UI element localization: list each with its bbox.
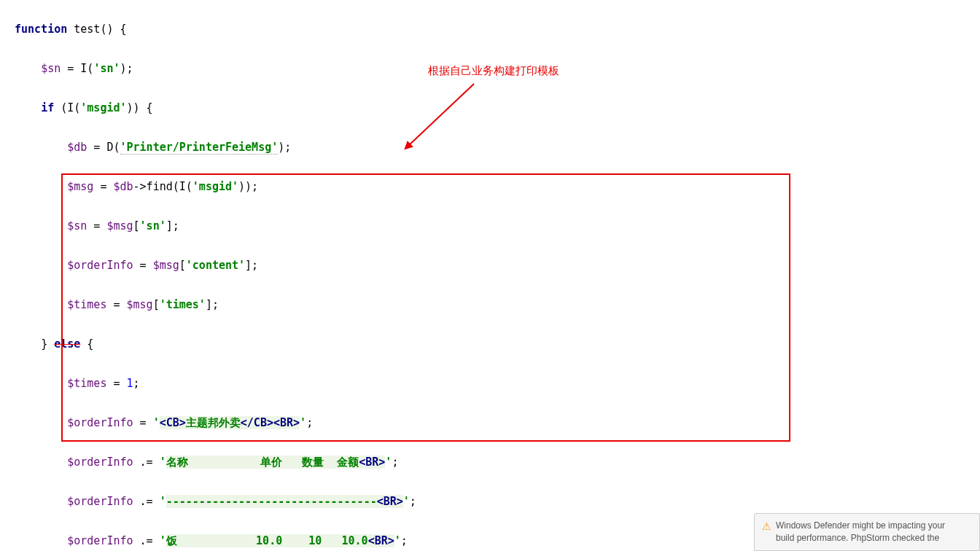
code-line: $sn = $msg['sn'];	[15, 216, 965, 236]
warning-icon: ⚠	[762, 520, 771, 534]
code-editor: function test() { $sn = I('sn'); if (I('…	[0, 0, 980, 551]
code-line: $orderInfo .= '名称 单价 数量 金额<BR>';	[15, 453, 965, 472]
code-line: $orderInfo = '<CB>主题邦外卖</CB><BR>';	[15, 413, 965, 433]
code-line: $times = $msg['times'];	[15, 295, 965, 315]
code-line: function test() {	[15, 20, 965, 39]
notification-text: Windows Defender might be impacting your…	[776, 520, 945, 544]
code-line: $orderInfo = $msg['content'];	[15, 256, 965, 276]
code-line: $msg = $db->find(I('msgid'));	[15, 177, 965, 197]
code-line: if (I('msgid')) {	[15, 98, 965, 118]
code-line: $orderInfo .= '-------------------------…	[15, 492, 965, 512]
code-line: $db = D('Printer/PrinterFeieMsg');	[15, 138, 965, 157]
notification-popup[interactable]: ⚠ Windows Defender might be impacting yo…	[754, 513, 980, 551]
annotation-text: 根据自己业务构建打印模板	[428, 60, 559, 80]
code-line: } else {	[15, 335, 965, 354]
code-line: $times = 1;	[15, 374, 965, 394]
